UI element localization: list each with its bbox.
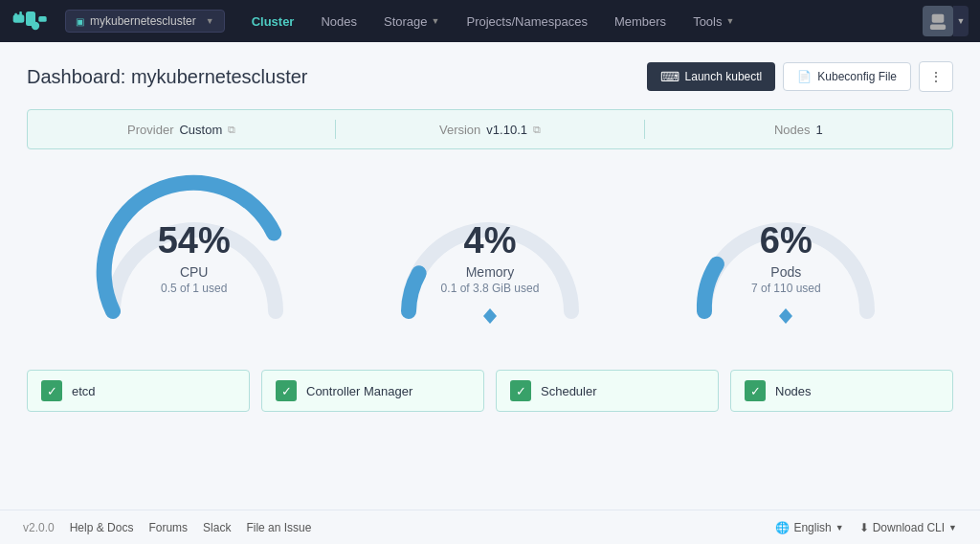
nav-item-tools[interactable]: Tools ▼ — [679, 9, 747, 34]
provider-value: Custom — [179, 123, 222, 137]
more-options-button[interactable]: ⋮ — [919, 61, 953, 92]
status-item-scheduler: ✓ Scheduler — [496, 370, 719, 412]
copy-provider-icon[interactable]: ⧉ — [228, 124, 235, 136]
copy-version-icon[interactable]: ⧉ — [533, 124, 541, 136]
kubeconfig-file-button[interactable]: 📄 Kubeconfig File — [783, 62, 911, 91]
pods-percent: 6% — [751, 222, 821, 259]
page-title: Dashboard: mykubernetescluster — [27, 66, 307, 88]
memory-gauge-container: 4% Memory 0.1 of 3.8 GiB used — [356, 172, 624, 335]
gauges-row: 54% CPU 0.5 of 1 used 4% Memory — [27, 172, 953, 335]
pods-gauge-center: 6% Pods 7 of 110 used — [751, 222, 821, 295]
nav-items: Cluster Nodes Storage ▼ Projects/Namespa… — [238, 9, 748, 34]
pods-sublabel: 7 of 110 used — [751, 282, 821, 295]
pods-label: Pods — [751, 264, 821, 280]
version-label: Version — [439, 123, 480, 137]
svg-marker-9 — [779, 308, 792, 324]
cpu-gauge-center: 54% CPU 0.5 of 1 used — [158, 222, 231, 295]
app-logo — [11, 8, 50, 34]
provider-label: Provider — [127, 123, 173, 137]
controller-manager-check-icon: ✓ — [276, 380, 297, 401]
svg-rect-7 — [930, 25, 946, 30]
main-content: Dashboard: mykubernetescluster ⌨ Launch … — [0, 42, 980, 454]
nav-item-members[interactable]: Members — [601, 9, 679, 34]
memory-label: Memory — [441, 264, 540, 280]
svg-rect-3 — [38, 16, 46, 22]
navbar-right: ▼ — [923, 6, 969, 36]
memory-sublabel: 0.1 of 3.8 GiB used — [441, 282, 540, 295]
nav-item-storage[interactable]: Storage ▼ — [370, 9, 453, 34]
terminal-icon: ⌨ — [660, 69, 679, 84]
nav-item-projects[interactable]: Projects/Namespaces — [453, 9, 600, 34]
launch-kubectl-button[interactable]: ⌨ Launch kubectl — [647, 62, 776, 91]
cpu-gauge: 54% CPU 0.5 of 1 used — [89, 172, 300, 335]
cluster-name: mykubernetescluster — [90, 14, 196, 28]
memory-gauge: 4% Memory 0.1 of 3.8 GiB used — [385, 172, 595, 335]
nodes-check-icon: ✓ — [745, 380, 766, 401]
svg-marker-8 — [483, 308, 497, 324]
etcd-check-icon: ✓ — [41, 380, 62, 401]
svg-point-2 — [32, 22, 39, 30]
svg-rect-4 — [14, 13, 17, 19]
nodes-value: 1 — [815, 123, 822, 137]
info-bar: Provider Custom ⧉ Version v1.10.1 ⧉ Node… — [27, 109, 953, 149]
pods-gauge: 6% Pods 7 of 110 used — [680, 172, 891, 335]
etcd-label: etcd — [72, 384, 96, 398]
scheduler-check-icon: ✓ — [510, 380, 531, 401]
scheduler-label: Scheduler — [541, 384, 597, 398]
pods-gauge-container: 6% Pods 7 of 110 used — [652, 172, 920, 335]
version-value: v1.10.1 — [486, 123, 527, 137]
controller-manager-label: Controller Manager — [306, 384, 412, 398]
version-info: Version v1.10.1 ⧉ — [336, 123, 643, 137]
file-icon: 📄 — [797, 70, 812, 83]
nodes-info: Nodes 1 — [645, 123, 952, 137]
memory-gauge-center: 4% Memory 0.1 of 3.8 GiB used — [441, 222, 540, 295]
status-row: ✓ etcd ✓ Controller Manager ✓ Scheduler … — [27, 370, 953, 412]
memory-percent: 4% — [441, 222, 540, 259]
user-avatar-button[interactable] — [923, 6, 953, 36]
cpu-label: CPU — [158, 264, 231, 280]
status-item-controller-manager: ✓ Controller Manager — [261, 370, 484, 412]
nav-item-cluster[interactable]: Cluster — [238, 9, 308, 34]
svg-rect-5 — [19, 11, 22, 17]
page-header: Dashboard: mykubernetescluster ⌨ Launch … — [27, 61, 953, 92]
navbar: ▣ mykubernetescluster ▼ Cluster Nodes St… — [0, 0, 980, 42]
svg-rect-6 — [932, 14, 945, 23]
cpu-gauge-container: 54% CPU 0.5 of 1 used — [60, 172, 328, 335]
nav-item-nodes[interactable]: Nodes — [307, 9, 370, 34]
nodes-status-label: Nodes — [775, 384, 812, 398]
user-menu-chevron[interactable]: ▼ — [953, 6, 969, 36]
cpu-sublabel: 0.5 of 1 used — [158, 282, 231, 295]
cluster-selector[interactable]: ▣ mykubernetescluster ▼ — [65, 10, 225, 33]
status-item-etcd: ✓ etcd — [27, 370, 250, 412]
cpu-percent: 54% — [158, 222, 231, 259]
status-item-nodes: ✓ Nodes — [730, 370, 953, 412]
header-actions: ⌨ Launch kubectl 📄 Kubeconfig File ⋮ — [647, 61, 953, 92]
provider-info: Provider Custom ⧉ — [28, 123, 335, 137]
nodes-label: Nodes — [774, 123, 811, 137]
